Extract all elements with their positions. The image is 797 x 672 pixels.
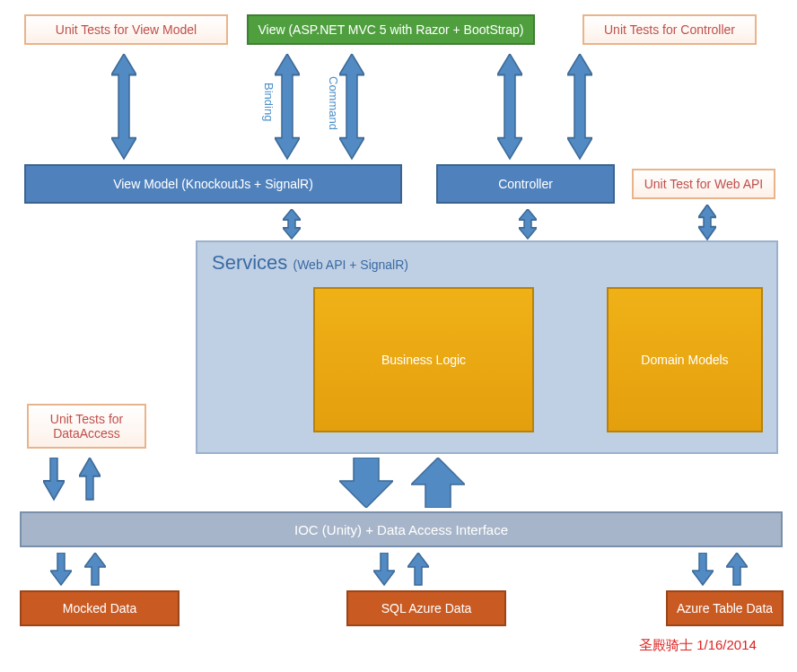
viewmodel-box: View Model (KnockoutJs + SignalR) — [24, 164, 402, 204]
command-label: Command — [327, 76, 340, 130]
arrow-utda-up — [79, 458, 101, 502]
unit-tests-controller-box: Unit Tests for Controller — [582, 14, 757, 45]
view-box: View (ASP.NET MVC 5 with Razor + BootStr… — [247, 14, 535, 45]
arrow-utda-down — [43, 458, 65, 502]
sql-azure-data-box: SQL Azure Data — [346, 590, 506, 626]
arrow-ctrl-to-services — [519, 209, 537, 240]
arrow-vm-to-services — [283, 209, 301, 240]
business-logic-box: Business Logic — [313, 287, 534, 432]
arrow-binding — [275, 54, 300, 161]
services-title: Services (Web API + SignalR) — [212, 251, 408, 275]
domain-models-box: Domain Models — [607, 287, 763, 432]
services-title-sub: (Web API + SignalR) — [293, 257, 408, 272]
arrow-ioc-atd-down — [692, 553, 714, 589]
unit-test-webapi-box: Unit Test for Web API — [632, 169, 775, 199]
arrow-ioc-mocked-up — [84, 553, 106, 589]
footer-signature: 圣殿骑士 1/16/2014 — [639, 637, 757, 654]
mocked-data-box: Mocked Data — [20, 590, 180, 626]
controller-box: Controller — [436, 164, 615, 204]
arrow-utctrl-to-ctrl-1 — [497, 54, 522, 161]
arrow-utvm-to-vm — [111, 54, 136, 161]
binding-label: Binding — [262, 83, 276, 121]
arrow-utapi-to-services — [698, 205, 716, 240]
arrow-services-ioc-down — [339, 458, 393, 508]
arrow-ioc-atd-up — [726, 553, 748, 589]
services-title-main: Services — [212, 251, 287, 274]
unit-tests-viewmodel-box: Unit Tests for View Model — [24, 14, 228, 45]
arrow-ioc-sql-up — [407, 553, 429, 589]
arrow-ioc-mocked-down — [50, 553, 72, 589]
arrow-ioc-sql-down — [373, 553, 395, 589]
ioc-box: IOC (Unity) + Data Access Interface — [20, 511, 783, 547]
azure-table-data-box: Azure Table Data — [666, 590, 784, 626]
unit-tests-dataaccess-box: Unit Tests for DataAccess — [27, 404, 146, 449]
arrow-command — [339, 54, 364, 161]
arrow-services-ioc-up — [411, 458, 465, 508]
arrow-utctrl-to-ctrl-2 — [567, 54, 592, 161]
